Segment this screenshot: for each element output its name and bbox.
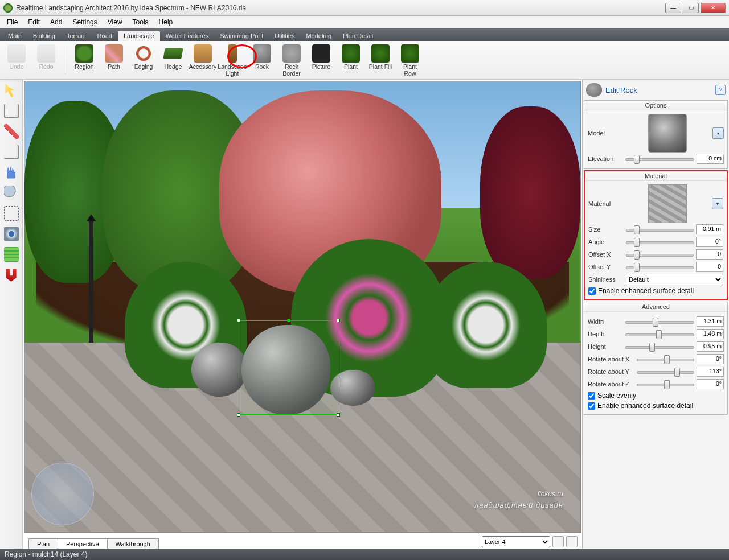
rotatey-label: Rotate about Y [588, 368, 634, 375]
viewport-3d[interactable]: flokus.ru ландшафтный дизайн [24, 81, 581, 533]
plant-button[interactable]: Plant [338, 43, 364, 72]
curve-tool[interactable] [4, 145, 19, 159]
ribbon-tabs: Main Building Terrain Road Landscape Wat… [0, 28, 729, 41]
tab-building[interactable]: Building [27, 31, 61, 41]
view-tab-walkthrough[interactable]: Walkthrough [107, 538, 159, 549]
undo-icon [7, 44, 26, 63]
enhanced-surface-checkbox-2[interactable] [588, 402, 595, 410]
tab-main[interactable]: Main [2, 31, 27, 41]
rotatex-slider[interactable] [637, 354, 694, 364]
redo-button[interactable]: Redo [33, 43, 59, 72]
rotatez-slider[interactable] [637, 379, 694, 389]
edging-button[interactable]: Edging [130, 43, 157, 72]
rotatex-value[interactable]: 0° [697, 354, 724, 364]
height-value[interactable]: 0.95 m [697, 341, 724, 352]
rotatey-value[interactable]: 113° [697, 367, 724, 377]
height-label: Height [588, 343, 623, 350]
tab-plandetail[interactable]: Plan Detail [337, 31, 379, 41]
angle-value[interactable]: 0° [696, 237, 723, 247]
snap-toggle[interactable] [4, 267, 19, 282]
measure-tool[interactable] [4, 124, 19, 139]
view-tool[interactable] [4, 227, 19, 241]
shininess-select[interactable]: Default [626, 274, 723, 285]
help-button[interactable]: ? [715, 85, 726, 95]
accessory-icon [194, 44, 212, 63]
tab-pool[interactable]: Swimming Pool [214, 31, 269, 41]
menu-add[interactable]: Add [46, 17, 67, 27]
rotatez-label: Rotate about Z [588, 381, 634, 388]
menu-tools[interactable]: Tools [128, 17, 153, 27]
region-button[interactable]: Region [71, 43, 97, 72]
tab-road[interactable]: Road [92, 31, 118, 41]
depth-slider[interactable] [625, 329, 694, 339]
size-slider[interactable] [626, 224, 694, 234]
rotatez-value[interactable]: 0° [697, 379, 724, 389]
rotate-tool[interactable] [4, 104, 19, 118]
options-header: Options [584, 101, 727, 110]
width-slider[interactable] [625, 316, 694, 327]
picture-button[interactable]: Picture [308, 43, 334, 72]
offsetx-label: Offset X [588, 251, 624, 258]
zoom-tool[interactable] [4, 186, 19, 200]
tab-modeling[interactable]: Modeling [300, 31, 337, 41]
plant-fill-button[interactable]: Plant Fill [367, 43, 394, 72]
select-tool[interactable] [4, 83, 19, 98]
close-button[interactable]: ✕ [701, 3, 726, 13]
depth-value[interactable]: 1.48 m [697, 329, 724, 339]
offsetx-value[interactable]: 0 [696, 249, 723, 260]
navigation-wheel[interactable] [31, 463, 94, 525]
undo-button[interactable]: Undo [3, 43, 30, 72]
maximize-button[interactable]: ▭ [683, 3, 699, 13]
zoom-fit-tool[interactable] [4, 206, 19, 221]
enhanced-surface-label: Enable enhanced surface detail [598, 287, 694, 295]
offsety-slider[interactable] [626, 262, 694, 272]
layer-visibility-button[interactable] [566, 536, 578, 547]
menu-settings[interactable]: Settings [68, 17, 101, 27]
material-dropdown-button[interactable]: ▾ [712, 198, 723, 209]
layer-edit-button[interactable] [552, 536, 564, 547]
elevation-value[interactable]: 0 cm [697, 154, 724, 164]
layer-select[interactable]: Layer 4 [482, 536, 550, 547]
minimize-button[interactable]: — [665, 3, 681, 13]
rock-border-button[interactable]: Rock Border [279, 43, 305, 78]
accessory-button[interactable]: Accessory [190, 43, 216, 72]
size-value[interactable]: 0.91 m [696, 224, 723, 234]
material-thumbnail[interactable] [648, 184, 687, 223]
tab-landscape[interactable]: Landscape [118, 31, 160, 41]
rock-button[interactable]: Rock [249, 43, 275, 72]
menu-file[interactable]: File [2, 17, 22, 27]
grid-toggle[interactable] [4, 247, 19, 262]
selection-box[interactable] [239, 320, 339, 415]
landscape-light-button[interactable]: Landscape Light [219, 43, 245, 78]
material-label: Material [588, 200, 624, 207]
rotatey-slider[interactable] [637, 367, 694, 377]
tab-water[interactable]: Water Features [160, 31, 214, 41]
model-thumbnail[interactable] [648, 114, 687, 153]
enhanced-surface-checkbox[interactable] [588, 287, 596, 295]
properties-panel: Edit Rock ? Options Model ▾ Elevation 0 … [582, 80, 729, 549]
elevation-slider[interactable] [625, 154, 694, 164]
offsetx-slider[interactable] [626, 249, 694, 260]
height-slider[interactable] [625, 341, 694, 352]
menu-view[interactable]: View [103, 17, 127, 27]
angle-slider[interactable] [626, 237, 694, 247]
tab-utilities[interactable]: Utilities [269, 31, 300, 41]
options-section: Options Model ▾ Elevation 0 cm [584, 100, 728, 169]
menu-help[interactable]: Help [154, 17, 178, 27]
menu-edit[interactable]: Edit [23, 17, 44, 27]
view-tab-plan[interactable]: Plan [28, 538, 58, 549]
scale-evenly-checkbox[interactable] [588, 392, 595, 400]
plant-icon [342, 44, 360, 63]
view-tab-perspective[interactable]: Perspective [58, 538, 107, 549]
hedge-button[interactable]: Hedge [160, 43, 186, 72]
offsety-value[interactable]: 0 [696, 262, 723, 272]
model-dropdown-button[interactable]: ▾ [712, 127, 724, 139]
width-value[interactable]: 1.31 m [697, 316, 724, 327]
plant-row-button[interactable]: Plant Row [397, 43, 423, 78]
path-button[interactable]: Path [101, 43, 127, 72]
offsety-label: Offset Y [588, 263, 624, 270]
lamp-object [80, 217, 103, 343]
pan-tool[interactable] [4, 165, 19, 180]
tab-terrain[interactable]: Terrain [61, 31, 92, 41]
edging-icon [134, 44, 153, 63]
